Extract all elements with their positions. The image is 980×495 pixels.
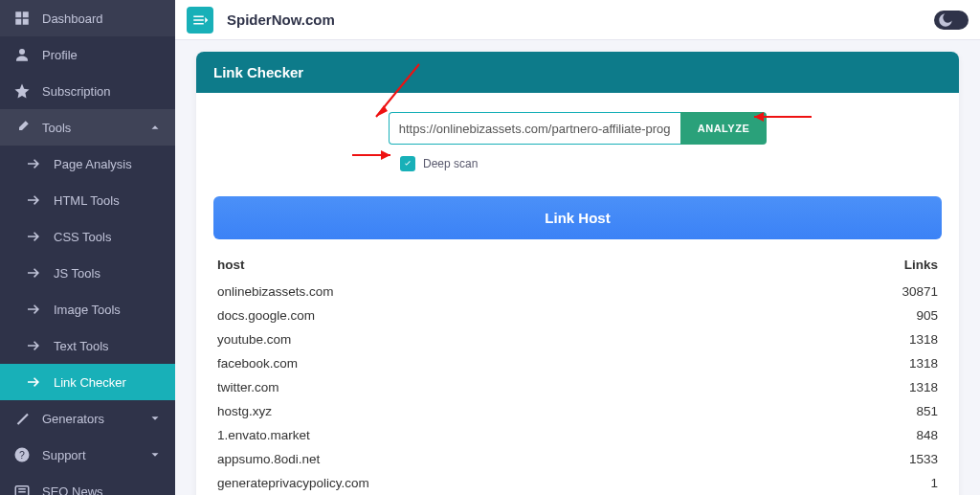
cell-links: 851 [916,404,938,418]
cell-links: 1318 [909,380,938,394]
main-content: Link Checker ANALYZE Deep scan Link Host… [175,40,980,495]
table-row: docs.google.com905 [213,304,942,327]
tools-icon [13,119,31,136]
news-icon [13,483,31,495]
menu-icon [191,11,209,29]
topbar: SpiderNow.com [175,0,980,40]
brand-title: SpiderNow.com [227,11,335,28]
svg-text:?: ? [19,449,25,461]
sidebar-item-page-analysis[interactable]: Page Analysis [0,146,175,182]
table-header-row: host Links [213,253,942,280]
sidebar-label: JS Tools [54,266,100,281]
svg-rect-7 [15,486,29,495]
dark-mode-toggle[interactable] [934,11,969,30]
sidebar-item-image-tools[interactable]: Image Tools [0,291,175,327]
sidebar-label: Image Tools [54,303,121,317]
sidebar-label: Link Checker [54,375,126,390]
table-row: facebook.com1318 [213,351,942,375]
link-checker-card: Link Checker ANALYZE Deep scan Link Host… [196,52,959,495]
chevron-up-icon [148,121,162,134]
sidebar-item-tools[interactable]: Tools [0,109,175,146]
arrow-right-icon [25,373,42,391]
table-row: appsumo.8odi.net1533 [213,447,942,471]
cell-host: onlinebizassets.com [217,284,334,299]
arrow-right-icon [25,155,42,172]
host-table: host Links onlinebizassets.com30871 docs… [213,253,942,495]
table-row: hostg.xyz851 [213,399,942,423]
col-links: Links [904,258,938,272]
dashboard-icon [13,10,31,27]
menu-toggle-button[interactable] [187,7,213,34]
chevron-down-icon [148,448,162,461]
cell-host: appsumo.8odi.net [217,452,320,466]
svg-point-4 [19,49,25,55]
cell-links: 1318 [909,356,938,371]
star-icon [13,82,31,100]
deep-scan-row: Deep scan [213,156,942,171]
sidebar-item-link-checker[interactable]: Link Checker [0,364,175,400]
cell-links: 905 [916,308,938,323]
cell-host: hostg.xyz [217,404,272,418]
deep-scan-label: Deep scan [423,157,478,170]
url-input[interactable] [389,112,680,145]
sidebar-item-subscription[interactable]: Subscription [0,73,175,109]
cell-host: twitter.com [217,380,279,394]
sidebar-item-seo-news[interactable]: SEO News [0,473,175,495]
sidebar-item-html-tools[interactable]: HTML Tools [0,182,175,218]
sidebar-item-profile[interactable]: Profile [0,36,175,73]
cell-links: 1 [930,476,938,490]
chevron-down-icon [148,412,162,425]
sidebar: Dashboard Profile Subscription Tools Pag… [0,0,175,495]
sidebar-label: Tools [42,121,71,135]
table-row: generateprivacypolicy.com1 [213,471,942,495]
url-input-row: ANALYZE [213,112,942,145]
cell-links: 1533 [909,452,938,466]
svg-rect-3 [23,19,29,25]
profile-icon [13,46,31,63]
cell-host: youtube.com [217,332,291,347]
sidebar-item-dashboard[interactable]: Dashboard [0,0,175,36]
sidebar-label: Generators [42,412,104,426]
arrow-right-icon [25,191,42,209]
sidebar-item-css-tools[interactable]: CSS Tools [0,218,175,255]
svg-rect-1 [23,11,29,17]
sidebar-label: Subscription [42,84,111,99]
wand-icon [13,410,31,427]
svg-rect-0 [15,11,21,17]
check-icon [403,159,412,169]
table-row: twitter.com1318 [213,375,942,399]
sidebar-label: SEO News [42,484,103,496]
sidebar-item-support[interactable]: ? Support [0,437,175,473]
card-body: ANALYZE Deep scan Link Host host Links o… [196,93,959,495]
sidebar-label: CSS Tools [54,230,111,244]
cell-links: 848 [916,428,938,442]
cell-links: 30871 [902,284,938,299]
arrow-right-icon [25,337,42,354]
col-host: host [217,258,245,272]
table-row: onlinebizassets.com30871 [213,280,942,304]
arrow-right-icon [25,228,42,245]
link-host-header: Link Host [213,196,942,239]
sidebar-item-generators[interactable]: Generators [0,400,175,437]
help-icon: ? [13,446,31,463]
card-title: Link Checker [196,52,959,93]
cell-host: generateprivacypolicy.com [217,476,369,490]
table-row: youtube.com1318 [213,327,942,351]
sidebar-label: Text Tools [54,339,109,353]
cell-host: facebook.com [217,356,298,371]
sidebar-label: HTML Tools [54,193,120,208]
analyze-button[interactable]: ANALYZE [680,112,767,145]
deep-scan-checkbox[interactable] [400,156,415,171]
sidebar-item-js-tools[interactable]: JS Tools [0,255,175,291]
cell-host: 1.envato.market [217,428,310,442]
moon-icon [937,11,954,29]
sidebar-item-text-tools[interactable]: Text Tools [0,327,175,364]
arrow-right-icon [25,301,42,318]
sidebar-label: Support [42,448,86,462]
arrow-right-icon [25,264,42,281]
sidebar-label: Profile [42,48,78,62]
svg-rect-2 [15,19,21,25]
cell-links: 1318 [909,332,938,347]
sidebar-label: Page Analysis [54,157,132,171]
cell-host: docs.google.com [217,308,315,323]
